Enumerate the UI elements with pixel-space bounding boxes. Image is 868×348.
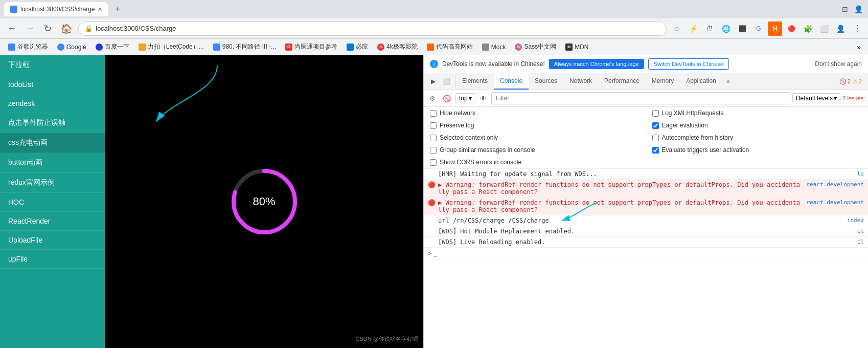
back-button[interactable]: ←	[4, 21, 19, 36]
console-clear-button[interactable]: 🚫	[440, 93, 453, 104]
console-eye-button[interactable]: 👁	[477, 93, 489, 104]
tab-console[interactable]: Console	[494, 73, 529, 90]
issues-badge: 2 Issues:	[842, 95, 865, 101]
log-link-6[interactable]: cl	[853, 238, 864, 245]
tab-memory[interactable]: Memory	[646, 73, 680, 90]
tab-network[interactable]: Network	[563, 73, 598, 90]
sidebar-item-redux[interactable]: redux官网示例	[0, 173, 105, 193]
tab-close-button[interactable]: ✕	[98, 6, 102, 13]
option-evaluate-triggers-label[interactable]: Evaluate triggers user activation	[662, 146, 749, 154]
bookmark-bing[interactable]: 必应	[342, 41, 372, 53]
option-evaluate-triggers-checkbox[interactable]	[652, 147, 659, 154]
switch-language-button[interactable]: Switch DevTools to Chinese	[648, 58, 729, 70]
new-tab-button[interactable]: +	[110, 2, 125, 16]
option-group-similar-label[interactable]: Group similar messages in console	[440, 146, 535, 154]
minimize-button[interactable]: ⊡	[841, 4, 849, 14]
tab-elements[interactable]: Elements	[456, 73, 494, 90]
bookmark-star-icon[interactable]: ☆	[670, 21, 684, 36]
log-link-error-2[interactable]: react.development	[802, 199, 864, 206]
ext-icon-4[interactable]: 🔴	[784, 21, 798, 36]
bookmark-mdn[interactable]: M MDN	[561, 42, 592, 52]
more-tabs-button[interactable]: »	[722, 75, 734, 88]
bookmark-google[interactable]: Google	[53, 42, 90, 52]
option-log-xhr: Log XMLHttpRequests	[646, 107, 869, 119]
bookmark-sass[interactable]: S Sass中文网	[511, 41, 560, 53]
sidebar-item-click-prevent[interactable]: 点击事件防止误触	[0, 113, 105, 133]
address-bar[interactable]: 🔒 localhost:3000/CSS/charge	[78, 21, 667, 36]
option-autocomplete-history-checkbox[interactable]	[652, 135, 659, 141]
option-selected-context: Selected context only	[424, 132, 646, 144]
bookmark-4k[interactable]: N 4k极客影院	[373, 41, 422, 53]
bookmark-favicon-6	[347, 44, 354, 51]
sidebar-item-upfile[interactable]: upFile	[0, 250, 105, 269]
error-count-badge[interactable]: 🚫 2	[839, 78, 851, 85]
log-link-4[interactable]: index	[843, 217, 864, 224]
ext-icon-5[interactable]: 🧩	[801, 21, 815, 36]
sidebar-item-upload-file[interactable]: UploadFile	[0, 231, 105, 250]
log-link-5[interactable]: cl	[853, 228, 864, 234]
device-toggle-button[interactable]: ⬜	[440, 75, 453, 88]
option-preserve-log-label[interactable]: Preserve log	[440, 122, 474, 129]
warning-count: 2	[859, 78, 862, 84]
option-hide-network-label[interactable]: Hide network	[440, 110, 475, 117]
bookmark-google-browser[interactable]: 谷歌浏览器	[4, 41, 52, 53]
profile-button[interactable]: 👤	[853, 4, 864, 14]
log-link-1[interactable]: lo	[853, 170, 864, 177]
inspect-element-button[interactable]: ▶	[428, 75, 439, 88]
console-settings-button[interactable]: ⚙	[427, 93, 438, 104]
user-profile-icon[interactable]: 👤	[833, 21, 848, 36]
error-expand-icon-2[interactable]: 🔴	[428, 199, 436, 206]
active-tab[interactable]: localhost:3000/CSS/charge ✕	[4, 2, 108, 16]
option-selected-context-label[interactable]: Selected context only	[440, 134, 498, 141]
option-cors-errors-label[interactable]: Show CORS errors in console	[440, 159, 521, 166]
ext-icon-1[interactable]: ⬛	[735, 21, 749, 36]
sidebar-item-css-charge[interactable]: css充电动画	[0, 133, 105, 153]
sidebar-item-dropdown[interactable]: 下拉框	[0, 55, 105, 75]
performance-icon[interactable]: ⚡	[686, 21, 700, 36]
console-filter-input[interactable]	[491, 92, 790, 104]
console-context-selector[interactable]: top ▾	[455, 93, 475, 103]
console-default-levels-button[interactable]: Default levels ▾	[792, 93, 840, 103]
dismiss-notification-button[interactable]: Don't show again	[815, 60, 862, 68]
bookmarks-more-button[interactable]: »	[854, 41, 864, 53]
bookmark-codehighlight[interactable]: 代码高亮网站	[423, 41, 477, 53]
sidebar-item-button-animation[interactable]: button动画	[0, 153, 105, 173]
sidebar-item-todolist[interactable]: todoList	[0, 75, 105, 94]
option-eager-eval-label[interactable]: Eager evaluation	[662, 122, 708, 129]
tab-application[interactable]: Application	[680, 73, 722, 90]
ext-icon-2[interactable]: G	[751, 21, 766, 36]
option-preserve-log-checkbox[interactable]	[430, 122, 437, 129]
match-language-button[interactable]: Always match Chrome's language	[549, 59, 644, 69]
option-cors-errors-checkbox[interactable]	[430, 159, 437, 166]
bookmark-mock[interactable]: Mock	[478, 42, 510, 52]
home-button[interactable]: 🏠	[58, 21, 75, 36]
refresh-button[interactable]: ↻	[41, 21, 55, 36]
menu-icon[interactable]: ⋮	[850, 21, 864, 36]
sidebar-item-hoc[interactable]: HOC	[0, 193, 105, 212]
option-group-similar-checkbox[interactable]	[430, 147, 437, 154]
warning-count-badge[interactable]: ⚠ 2	[853, 78, 862, 85]
sidebar-item-zendesk[interactable]: zendesk	[0, 94, 105, 113]
ext-icon-3[interactable]: H	[768, 21, 782, 36]
bookmark-shangyitong[interactable]: G 尚医通项目参考	[281, 41, 341, 53]
option-eager-eval-checkbox[interactable]	[652, 122, 659, 129]
option-hide-network-checkbox[interactable]	[430, 110, 437, 117]
sidebar-item-react-render[interactable]: ReactRender	[0, 212, 105, 231]
translate-icon[interactable]: 🌐	[719, 21, 733, 36]
bookmark-baidu[interactable]: 百度一下	[92, 41, 133, 53]
error-expand-icon-1[interactable]: 🔴	[428, 181, 436, 188]
forward-button[interactable]: →	[22, 21, 38, 36]
ext-icon-6[interactable]: ⬜	[817, 21, 831, 36]
tab-performance[interactable]: Performance	[598, 73, 646, 90]
option-selected-context-checkbox[interactable]	[430, 135, 437, 141]
bookmark-favicon-2	[96, 44, 103, 51]
console-prompt[interactable]: > _	[424, 248, 868, 259]
option-autocomplete-history-label[interactable]: Autocomplete from history	[662, 134, 733, 141]
tab-sources[interactable]: Sources	[529, 73, 563, 90]
history-icon[interactable]: ⏱	[702, 21, 717, 36]
bookmark-path980[interactable]: 980. 不同路径 III -...	[209, 41, 280, 53]
option-log-xhr-checkbox[interactable]	[652, 110, 659, 117]
bookmark-leetcode[interactable]: 力扣（LeetCode）...	[134, 41, 208, 53]
log-link-error-1[interactable]: react.development	[802, 181, 864, 188]
option-log-xhr-label[interactable]: Log XMLHttpRequests	[662, 110, 724, 117]
